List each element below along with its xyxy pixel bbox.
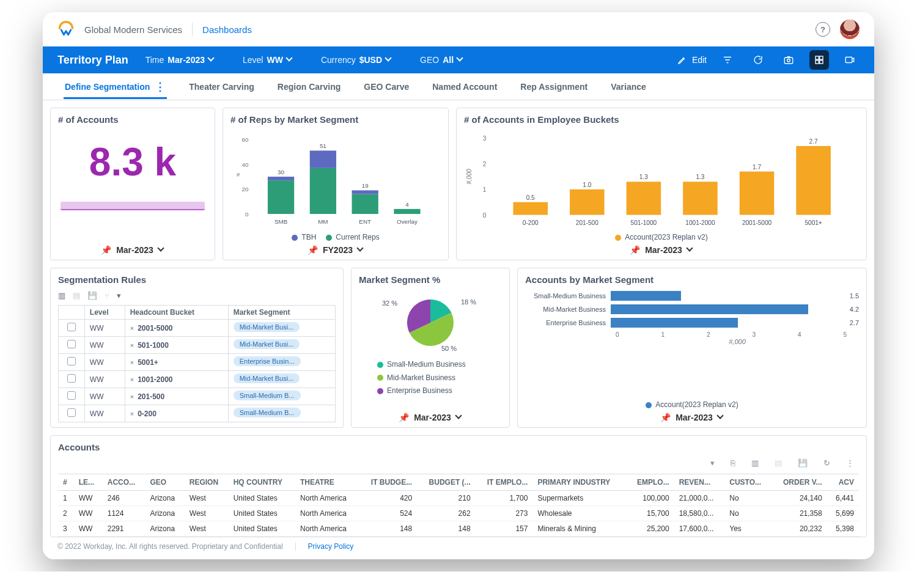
card-footer-time[interactable]: 📌Mar-2023 xyxy=(359,409,502,422)
tool-view-icon[interactable]: ▥ xyxy=(751,458,759,468)
segment-pill[interactable]: Small-Medium B... xyxy=(234,408,301,417)
table-row[interactable]: 2WW1124ArizonaWestUnited StatesNorth Ame… xyxy=(58,506,859,521)
card-footer-time[interactable]: 📌Mar-2023 xyxy=(525,409,859,422)
tab-define-segmentation[interactable]: Define Segmentation⋮ xyxy=(64,75,167,99)
tool-filter-icon[interactable]: ▾ xyxy=(710,458,715,468)
row-checkbox[interactable] xyxy=(67,391,76,400)
tool-copy-icon[interactable]: ▤ xyxy=(73,291,80,300)
filter-icon[interactable] xyxy=(718,50,737,70)
help-icon[interactable]: ? xyxy=(816,22,830,37)
chevron-down-icon xyxy=(718,414,724,421)
svg-text:#: # xyxy=(237,171,240,178)
card-accounts-by-segment: Accounts by Market Segment Small-Medium … xyxy=(517,268,867,428)
svg-rect-4 xyxy=(816,61,819,64)
stacked-bar-chart: 0204060#30SMB51MM19ENT4Overlay xyxy=(230,127,441,231)
card-title: # of Accounts in Employee Buckets xyxy=(464,114,859,125)
tab-theater-carving[interactable]: Theater Carving xyxy=(188,75,256,99)
table-row[interactable]: WW ×2001-5000 Mid-Market Busi... xyxy=(59,320,336,337)
svg-text:2.7: 2.7 xyxy=(809,138,818,145)
svg-text:MM: MM xyxy=(318,218,328,225)
svg-text:32 %: 32 % xyxy=(382,300,397,307)
tab-region-carving[interactable]: Region Carving xyxy=(276,75,342,99)
table-row[interactable]: 1WW246ArizonaWestUnited StatesNorth Amer… xyxy=(58,491,859,506)
svg-text:18 %: 18 % xyxy=(461,298,476,306)
filter-level[interactable]: Level WW xyxy=(243,55,293,65)
hbar-row: Enterprise Business2.7 xyxy=(525,318,859,328)
tool-branch-icon[interactable]: ⑂ xyxy=(105,291,109,300)
segment-pill[interactable]: Enterprise Busin... xyxy=(234,356,301,366)
edit-button[interactable]: Edit xyxy=(677,55,707,65)
table-row[interactable]: WW ×5001+ Enterprise Busin... xyxy=(59,354,336,371)
filter-time[interactable]: Time Mar-2023 xyxy=(145,55,215,65)
tab-named-account[interactable]: Named Account xyxy=(431,75,498,99)
svg-rect-48 xyxy=(796,146,831,215)
chevron-down-icon xyxy=(358,247,364,253)
table-row[interactable]: WW ×1001-2000 Mid-Market Busi... xyxy=(59,371,336,388)
segment-pill[interactable]: Mid-Market Busi... xyxy=(234,339,300,349)
copyright: © 2022 Workday, Inc. All rights reserved… xyxy=(57,542,283,551)
chevron-down-icon xyxy=(457,57,463,63)
tab-rep-assignment[interactable]: Rep Assignment xyxy=(519,75,589,99)
pin-icon: 📌 xyxy=(660,413,671,422)
tool-copy-icon[interactable]: ▤ xyxy=(775,458,782,468)
accounts-table[interactable]: #LE...ACCO...GEOREGIONHQ COUNTRYTHEATREI… xyxy=(58,474,859,537)
row-checkbox[interactable] xyxy=(67,408,76,417)
tool-save-icon[interactable]: 💾 xyxy=(798,458,808,468)
chevron-down-icon xyxy=(386,57,392,63)
chevron-down-icon xyxy=(687,247,693,253)
svg-text:#,000: #,000 xyxy=(466,169,473,185)
card-reps-by-segment: # of Reps by Market Segment 0204060#30SM… xyxy=(223,108,449,260)
tool-refresh-icon[interactable]: ↻ xyxy=(823,458,830,468)
tool-view-icon[interactable]: ▥ xyxy=(58,291,65,300)
segment-pill[interactable]: Mid-Market Busi... xyxy=(234,373,300,383)
svg-rect-16 xyxy=(310,168,336,214)
camera-icon[interactable] xyxy=(779,50,798,70)
card-footer-time[interactable]: 📌Mar-2023 xyxy=(58,241,207,255)
grid-view-icon[interactable] xyxy=(809,50,829,70)
svg-text:3: 3 xyxy=(483,135,487,142)
tool-save-icon[interactable]: 💾 xyxy=(87,291,97,300)
card-footer-time[interactable]: 📌Mar-2023 xyxy=(464,241,859,255)
table-row[interactable]: WW ×501-1000 Mid-Market Busi... xyxy=(59,337,336,354)
card-title: Accounts xyxy=(58,441,859,452)
row-checkbox[interactable] xyxy=(67,340,76,348)
filter-geo[interactable]: GEO All xyxy=(420,55,463,65)
svg-rect-24 xyxy=(394,209,420,214)
svg-text:1.0: 1.0 xyxy=(583,182,591,188)
svg-rect-20 xyxy=(352,194,378,214)
tab-geo-carve[interactable]: GEO Carve xyxy=(363,75,410,99)
privacy-link[interactable]: Privacy Policy xyxy=(308,542,354,551)
tool-export-icon[interactable]: ⎘ xyxy=(731,458,735,468)
present-icon[interactable] xyxy=(840,50,860,70)
card-footer-time[interactable]: 📌FY2023 xyxy=(230,241,441,255)
svg-rect-0 xyxy=(784,57,793,64)
segment-pill[interactable]: Small-Medium B... xyxy=(234,391,301,400)
table-row[interactable]: WW ×0-200 Small-Medium B... xyxy=(59,405,336,422)
svg-text:0: 0 xyxy=(483,212,487,219)
row-checkbox[interactable] xyxy=(67,323,76,331)
svg-text:51: 51 xyxy=(320,142,326,149)
metric-underline xyxy=(61,202,205,210)
segment-pill[interactable]: Mid-Market Busi... xyxy=(234,322,300,332)
tool-more-icon[interactable]: ⋮ xyxy=(846,458,854,468)
pie-chart: 18 %32 %50 % xyxy=(369,287,492,355)
table-row[interactable]: WW ×201-500 Small-Medium B... xyxy=(59,388,336,405)
bar-chart: 0123#,0000.50-2001.0201-5001.3501-10001.… xyxy=(464,127,859,231)
svg-rect-2 xyxy=(816,56,819,59)
tab-variance[interactable]: Variance xyxy=(609,75,647,99)
tool-filter-icon[interactable]: ▾ xyxy=(117,291,121,300)
row-checkbox[interactable] xyxy=(67,357,76,366)
user-avatar[interactable] xyxy=(840,20,860,39)
workday-logo[interactable] xyxy=(57,21,75,38)
table-toolbar: ▾ ⎘ ▥ ▤ 💾 ↻ ⋮ xyxy=(58,455,859,474)
refresh-icon[interactable] xyxy=(748,50,768,70)
svg-rect-36 xyxy=(570,189,605,215)
breadcrumb-dashboards[interactable]: Dashboards xyxy=(202,24,252,35)
row-checkbox[interactable] xyxy=(67,374,76,383)
filter-currency[interactable]: Currency $USD xyxy=(321,55,392,65)
svg-text:501-1000: 501-1000 xyxy=(631,219,657,226)
page-title: Territory Plan xyxy=(57,54,128,67)
table-row[interactable]: 3WW2291ArizonaWestUnited StatesNorth Ame… xyxy=(58,521,859,537)
svg-text:201-500: 201-500 xyxy=(576,219,598,226)
segmentation-table[interactable]: LevelHeadcount BucketMarket Segment WW ×… xyxy=(58,305,336,422)
